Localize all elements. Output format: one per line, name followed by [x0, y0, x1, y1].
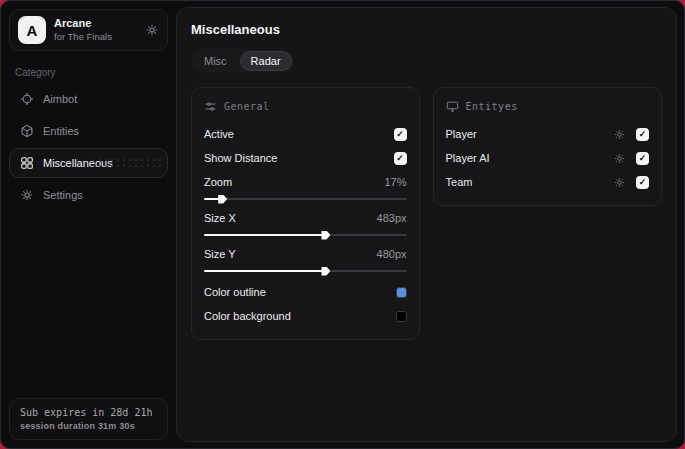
sub-expires-text: Sub expires in 28d 21h — [20, 407, 157, 418]
team-checkbox[interactable]: ✓ — [636, 176, 649, 189]
sidebar-nav: Aimbot Entities — [9, 84, 168, 210]
app-window: A Arcane for The Finals Category — [0, 0, 685, 449]
slider-thumb[interactable] — [218, 195, 227, 204]
brand-text: Arcane for The Finals — [54, 17, 137, 43]
color-label: Color background — [204, 310, 291, 322]
slider-value: 17% — [384, 176, 406, 188]
main-content: Miscellaneous Misc Radar General — [176, 7, 677, 442]
gear-icon[interactable] — [613, 176, 626, 189]
toggle-row-show-distance: Show Distance ✓ — [204, 147, 407, 169]
sidebar-spacer — [9, 210, 168, 398]
sidebar-item-label: Settings — [43, 189, 83, 201]
sidebar: A Arcane for The Finals Category — [1, 1, 176, 448]
slider-label: Size X — [204, 212, 236, 224]
sidebar-item-label: Aimbot — [43, 93, 77, 105]
general-panel: General Active ✓ Show Distance ✓ Zoom 17… — [191, 87, 420, 340]
entities-icon — [20, 124, 34, 138]
panels-row: General Active ✓ Show Distance ✓ Zoom 17… — [191, 87, 662, 340]
zoom-slider[interactable] — [204, 198, 407, 200]
entity-label: Player — [446, 128, 477, 140]
brand-card: A Arcane for The Finals — [9, 9, 168, 51]
color-outline-swatch[interactable] — [396, 287, 407, 298]
toggle-row-active: Active ✓ — [204, 123, 407, 145]
general-panel-title: General — [224, 101, 270, 112]
zoom-slider-group: Zoom 17% — [204, 173, 407, 200]
tab-bar: Misc Radar — [191, 49, 294, 73]
slider-value: 483px — [377, 212, 407, 224]
color-label: Color outline — [204, 286, 266, 298]
slider-head: Size X 483px — [204, 209, 407, 227]
brand-subtitle: for The Finals — [54, 31, 137, 43]
entity-label: Team — [446, 176, 473, 188]
toggle-label: Show Distance — [204, 152, 277, 164]
entities-panel-title: Entityes — [466, 101, 518, 112]
session-duration-text: session duration 31m 30s — [20, 421, 157, 431]
slider-fill — [204, 270, 323, 272]
entities-panel: Entityes Player ✓ — [433, 87, 662, 206]
sidebar-item-aimbot[interactable]: Aimbot — [9, 84, 168, 114]
entities-panel-header: Entityes — [446, 100, 649, 113]
tab-misc[interactable]: Misc — [193, 51, 238, 71]
player-checkbox[interactable]: ✓ — [636, 128, 649, 141]
slider-thumb[interactable] — [321, 267, 330, 276]
entity-row-player-ai: Player AI ✓ — [446, 147, 649, 169]
entity-row-player: Player ✓ — [446, 123, 649, 145]
tab-radar[interactable]: Radar — [240, 51, 292, 71]
active-checkbox[interactable]: ✓ — [394, 128, 407, 141]
grid-icon — [20, 156, 34, 170]
sidebar-item-entities[interactable]: Entities — [9, 116, 168, 146]
gear-icon[interactable] — [613, 128, 626, 141]
slider-thumb[interactable] — [321, 231, 330, 240]
entity-label: Player AI — [446, 152, 490, 164]
gear-icon — [20, 188, 34, 202]
monitor-icon — [446, 100, 459, 113]
color-row-outline: Color outline — [204, 281, 407, 303]
sidebar-item-miscellaneous[interactable]: Miscellaneous — [9, 148, 168, 178]
slider-fill — [204, 234, 323, 236]
slider-head: Size Y 480px — [204, 245, 407, 263]
size-y-slider[interactable] — [204, 270, 407, 272]
subscription-card: Sub expires in 28d 21h session duration … — [9, 398, 168, 440]
slider-head: Zoom 17% — [204, 173, 407, 191]
color-row-background: Color background — [204, 305, 407, 327]
page-title: Miscellaneous — [191, 22, 662, 37]
toggle-label: Active — [204, 128, 234, 140]
color-background-swatch[interactable] — [396, 311, 407, 322]
general-panel-header: General — [204, 100, 407, 113]
size-x-slider[interactable] — [204, 234, 407, 236]
gear-icon[interactable] — [145, 23, 159, 37]
show-distance-checkbox[interactable]: ✓ — [394, 152, 407, 165]
crosshair-icon — [20, 92, 34, 106]
sidebar-item-label: Miscellaneous — [43, 157, 113, 169]
slider-fill — [204, 198, 220, 200]
entity-controls: ✓ — [613, 152, 649, 165]
sidebar-item-settings[interactable]: Settings — [9, 180, 168, 210]
size-y-slider-group: Size Y 480px — [204, 245, 407, 272]
brand-logo: A — [18, 16, 46, 44]
sliders-icon — [204, 100, 217, 113]
entity-controls: ✓ — [613, 176, 649, 189]
size-x-slider-group: Size X 483px — [204, 209, 407, 236]
player-ai-checkbox[interactable]: ✓ — [636, 152, 649, 165]
brand-title: Arcane — [54, 17, 137, 31]
entity-controls: ✓ — [613, 128, 649, 141]
slider-label: Zoom — [204, 176, 232, 188]
category-label: Category — [15, 67, 162, 78]
slider-value: 480px — [377, 248, 407, 260]
slider-label: Size Y — [204, 248, 236, 260]
sidebar-item-label: Entities — [43, 125, 79, 137]
gear-icon[interactable] — [613, 152, 626, 165]
entity-row-team: Team ✓ — [446, 171, 649, 193]
